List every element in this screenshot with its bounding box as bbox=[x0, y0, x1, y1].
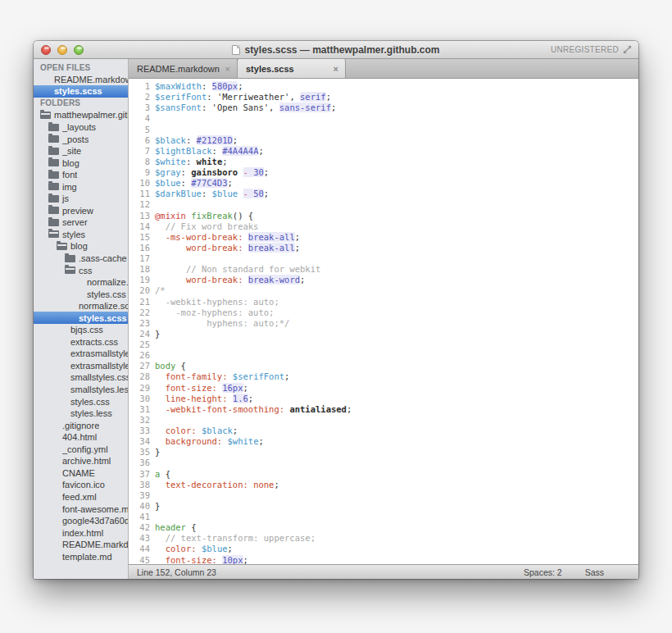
tree-item[interactable]: js bbox=[34, 193, 128, 205]
code-line[interactable]: 6$black: #21201D; bbox=[129, 135, 638, 146]
code-line[interactable]: 8$white: white; bbox=[129, 157, 638, 167]
code-line[interactable]: 35} bbox=[129, 447, 638, 458]
tree-item[interactable]: smallstyles.css bbox=[34, 371, 128, 384]
code-line[interactable]: 3$sansFont: 'Open Sans', sans-serif; bbox=[129, 102, 638, 113]
code-line[interactable]: 16 word-break: break-all; bbox=[129, 243, 638, 253]
fullscreen-icon[interactable] bbox=[623, 45, 632, 54]
tree-item[interactable]: _layouts bbox=[34, 121, 128, 134]
code-editor[interactable]: 1$maxWidth: 580px;2$serifFont: 'Merriwea… bbox=[129, 79, 638, 564]
syntax-indicator[interactable]: Sass bbox=[585, 567, 638, 577]
code-line[interactable]: 12 bbox=[129, 199, 638, 210]
tree-item[interactable]: extrasmallstyles.c bbox=[34, 348, 128, 360]
code-line[interactable]: 10$blue: #77C4D3; bbox=[129, 178, 638, 189]
code-line[interactable]: 45 font-size: 10px; bbox=[129, 555, 638, 565]
tree-item[interactable]: font bbox=[34, 169, 128, 181]
tree-item[interactable]: bjqs.css bbox=[34, 324, 128, 336]
line-number: 38 bbox=[129, 480, 155, 490]
code-line[interactable]: 25 bbox=[129, 339, 638, 350]
tree-item[interactable]: extrasmallstyles.le bbox=[34, 360, 128, 372]
tree-item[interactable]: server bbox=[34, 216, 128, 229]
tree-item[interactable]: smallstyles.less bbox=[34, 384, 128, 396]
tree-item[interactable]: matthewpalmer.github.c bbox=[34, 109, 128, 121]
code-line[interactable]: 31 -webkit-font-smoothing: antialiased; bbox=[129, 404, 638, 415]
code-line[interactable]: 33 color: $black; bbox=[129, 426, 638, 436]
code-line[interactable]: 36 bbox=[129, 458, 638, 468]
tree-item[interactable]: README.markdown bbox=[34, 539, 128, 551]
tree-item[interactable]: styles.scss bbox=[34, 312, 128, 324]
close-window-icon[interactable] bbox=[41, 45, 51, 55]
tree-item[interactable]: archive.html bbox=[34, 455, 128, 467]
code-line[interactable]: 20/* bbox=[129, 285, 638, 296]
code-line[interactable]: 44 color: $blue; bbox=[129, 544, 638, 554]
zoom-window-icon[interactable] bbox=[74, 45, 84, 55]
code-line[interactable]: 40} bbox=[129, 501, 638, 512]
open-file-item[interactable]: styles.scss bbox=[34, 85, 128, 98]
tree-item[interactable]: font-awesome.min.c bbox=[34, 503, 128, 515]
tree-item[interactable]: 404.html bbox=[34, 431, 128, 444]
tree-item[interactable]: styles bbox=[34, 229, 128, 241]
tree-item[interactable]: _site bbox=[34, 145, 128, 157]
code-line[interactable]: 2$serifFont: 'Merriweather', serif; bbox=[129, 92, 638, 102]
tree-item[interactable]: favicon.ico bbox=[34, 479, 128, 491]
code-line[interactable]: 39 bbox=[129, 490, 638, 501]
code-line[interactable]: 4 bbox=[129, 113, 638, 124]
code-line[interactable]: 11$darkBlue: $blue - 50; bbox=[129, 189, 638, 199]
code-line[interactable]: 32 bbox=[129, 415, 638, 426]
tree-item[interactable]: CNAME bbox=[34, 467, 128, 480]
tree-item[interactable]: normalize.cs bbox=[34, 276, 128, 289]
code-line[interactable]: 42header { bbox=[129, 522, 638, 533]
tree-item[interactable]: google43d7a60d80b bbox=[34, 515, 128, 527]
tree-item[interactable]: .gitignore bbox=[34, 419, 128, 431]
code-line[interactable]: 9$gray: gainsboro - 30; bbox=[129, 167, 638, 178]
tree-item[interactable]: preview bbox=[34, 205, 128, 217]
code-line[interactable]: 5 bbox=[129, 125, 638, 135]
code-line[interactable]: 29 font-size: 16px; bbox=[129, 383, 638, 394]
line-number: 8 bbox=[129, 157, 155, 167]
tree-item[interactable]: img bbox=[34, 180, 128, 193]
minimize-window-icon[interactable] bbox=[57, 45, 67, 55]
tree-item[interactable]: blog bbox=[34, 157, 128, 169]
code-line[interactable]: 37a { bbox=[129, 469, 638, 480]
code-line[interactable]: 28 font-family: $serifFont; bbox=[129, 371, 638, 382]
tree-item[interactable]: normalize.scss bbox=[34, 300, 128, 312]
code-line[interactable]: 21 -webkit-hyphens: auto; bbox=[129, 297, 638, 307]
tree-item[interactable]: feed.xml bbox=[34, 491, 128, 503]
tree-item[interactable]: styles.less bbox=[34, 408, 128, 420]
code-line[interactable]: 17 bbox=[129, 253, 638, 264]
code-line[interactable]: 34 background: $white; bbox=[129, 436, 638, 447]
tab-README.markdown[interactable]: README.markdown× bbox=[129, 59, 238, 78]
tab-styles.scss[interactable]: styles.scss× bbox=[237, 59, 346, 78]
tab-close-icon[interactable]: × bbox=[224, 64, 232, 74]
code-line[interactable]: 22 -moz-hyphens: auto; bbox=[129, 307, 638, 318]
code-line[interactable]: 30 line-height: 1.6; bbox=[129, 394, 638, 404]
code-line[interactable]: 19 word-break: break-word; bbox=[129, 275, 638, 285]
code-line[interactable]: 7$lightBlack: #4A4A4A; bbox=[129, 146, 638, 157]
tree-item[interactable]: index.html bbox=[34, 526, 128, 539]
title-bar[interactable]: styles.scss — matthewpalmer.github.com U… bbox=[34, 41, 638, 59]
tree-item[interactable]: styles.css bbox=[34, 288, 128, 300]
code-line[interactable]: 18 // Non standard for webkit bbox=[129, 264, 638, 275]
code-line[interactable]: 23 hyphens: auto;*/ bbox=[129, 318, 638, 329]
tree-item[interactable]: styles.css bbox=[34, 395, 128, 408]
spaces-indicator[interactable]: Spaces: 2 bbox=[524, 567, 585, 577]
tree-item[interactable]: _posts bbox=[34, 133, 128, 145]
tree-item[interactable]: .sass-cache bbox=[34, 253, 128, 265]
tree-item[interactable]: _config.yml bbox=[34, 444, 128, 456]
tree-item[interactable]: css bbox=[34, 264, 128, 276]
code-line[interactable]: 43 // text-transform: uppercase; bbox=[129, 533, 638, 544]
code-line-content: font-size: 10px; bbox=[155, 555, 248, 565]
code-line[interactable]: 24} bbox=[129, 329, 638, 339]
tab-close-icon[interactable]: × bbox=[332, 64, 340, 74]
code-line[interactable]: 26 bbox=[129, 350, 638, 361]
code-line[interactable]: 41 bbox=[129, 512, 638, 522]
open-file-item[interactable]: README.markdown bbox=[34, 74, 128, 86]
code-line[interactable]: 13@mixin fixBreak() { bbox=[129, 211, 638, 221]
code-line[interactable]: 27body { bbox=[129, 361, 638, 371]
code-line[interactable]: 15 -ms-word-break: break-all; bbox=[129, 232, 638, 243]
tree-item[interactable]: blog bbox=[34, 240, 128, 253]
code-line[interactable]: 38 text-decoration: none; bbox=[129, 480, 638, 490]
code-line[interactable]: 1$maxWidth: 580px; bbox=[129, 81, 638, 92]
tree-item[interactable]: extracts.css bbox=[34, 336, 128, 348]
code-line[interactable]: 14 // Fix word breaks bbox=[129, 221, 638, 232]
tree-item[interactable]: template.md bbox=[34, 550, 128, 562]
